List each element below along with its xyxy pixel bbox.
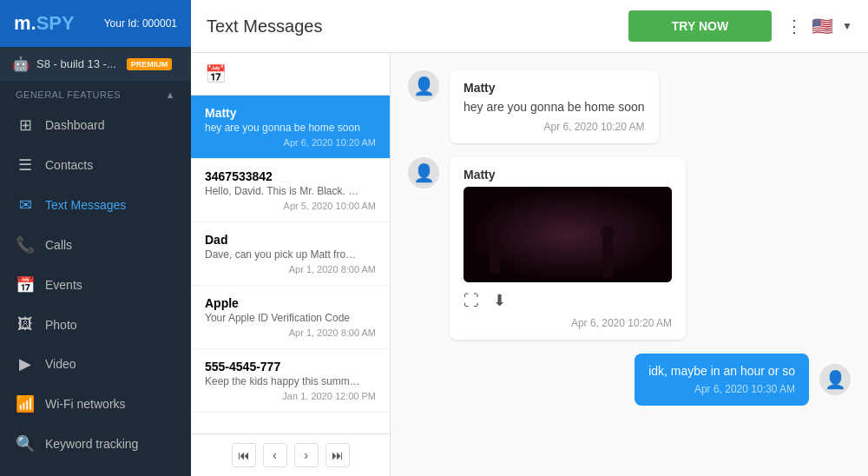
dropdown-arrow-icon[interactable]: ▼ — [842, 20, 852, 32]
page-first-button[interactable]: ⏮ — [232, 443, 256, 467]
device-bar: 🤖 S8 - build 13 -... PREMIUM — [0, 47, 191, 81]
message-time: Jan 1, 2020 12:00 PM — [205, 391, 376, 401]
outgoing-message: idk, maybe in an hour or so Apr 6, 2020 … — [408, 354, 851, 406]
outgoing-text: idk, maybe in an hour or so — [648, 364, 795, 378]
sidebar-item-video[interactable]: ▶ Video — [0, 344, 191, 384]
sidebar-item-photo[interactable]: 🖼 Photo — [0, 305, 191, 344]
sidebar-item-wifi[interactable]: 📶 Wi-Fi networks — [0, 384, 191, 424]
message-item-dad[interactable]: Dad Dave, can you pick up Matt from scho… — [191, 222, 390, 286]
bubble-time: Apr 6, 2020 10:20 AM — [464, 121, 645, 133]
svg-rect-1 — [490, 230, 500, 274]
calendar-filter-icon[interactable]: 📅 — [205, 64, 227, 83]
page-prev-button[interactable]: ‹ — [263, 443, 287, 467]
sidebar-item-video-label: Video — [45, 357, 76, 371]
sidebar: m.SPY Your Id: 000001 🤖 S8 - build 13 -.… — [0, 0, 191, 476]
general-features-section: GENERAL FEATURES ▲ — [0, 81, 191, 105]
sidebar-item-calls[interactable]: 📞 Calls — [0, 225, 191, 265]
more-options-icon[interactable]: ⋮ — [786, 16, 803, 36]
message-time: Apr 1, 2020 8:00 AM — [205, 264, 376, 274]
sidebar-item-keyword-label: Keyword tracking — [45, 437, 138, 451]
message-preview: Keep the kids happy this summer with ... — [205, 375, 361, 387]
bubble-text: hey are you gonna be home soon — [464, 100, 645, 114]
pagination: ⏮ ‹ › ⏭ — [191, 433, 390, 476]
premium-badge: PREMIUM — [127, 58, 173, 70]
bubble-sender-2: Matty — [464, 168, 672, 182]
bubble-time-2: Apr 6, 2020 10:20 AM — [464, 317, 672, 329]
video-icon: ▶ — [16, 354, 35, 374]
dashboard-icon: ⊞ — [16, 116, 35, 135]
wifi-icon: 📶 — [16, 394, 35, 413]
message-sender: Dad — [205, 233, 376, 247]
logo: m.SPY — [14, 12, 75, 35]
contacts-icon: ☰ — [16, 155, 35, 175]
outgoing-bubble: idk, maybe in an hour or so Apr 6, 2020 … — [635, 354, 809, 406]
fullscreen-button[interactable]: ⛶ — [464, 291, 479, 310]
image-bg-svg — [464, 187, 672, 282]
sidebar-item-events[interactable]: 📅 Events — [0, 265, 191, 305]
sidebar-item-dashboard[interactable]: ⊞ Dashboard — [0, 105, 191, 145]
message-item-555[interactable]: 555-4545-777 Keep the kids happy this su… — [191, 349, 390, 413]
svg-point-2 — [488, 221, 502, 236]
image-bubble-wrapper: Matty — [450, 157, 686, 340]
sidebar-item-events-label: Events — [45, 278, 82, 292]
device-name: S8 - build 13 -... — [36, 57, 116, 70]
top-bar-actions: ⋮ 🇺🇸 ▼ — [786, 16, 852, 36]
try-now-button[interactable]: TRY NOW — [628, 10, 772, 42]
message-sender: 555-4545-777 — [205, 360, 376, 374]
message-item-apple[interactable]: Apple Your Apple ID Verification Code Ap… — [191, 286, 390, 349]
events-icon: 📅 — [16, 275, 35, 294]
message-time: Apr 5, 2020 10:00 AM — [205, 201, 376, 211]
text-messages-icon: ✉ — [16, 195, 35, 215]
page-title: Text Messages — [207, 17, 322, 36]
message-sender: Matty — [205, 106, 376, 120]
message-preview: Your Apple ID Verification Code — [205, 312, 361, 324]
sidebar-item-contacts[interactable]: ☰ Contacts — [0, 145, 191, 185]
general-features-label: GENERAL FEATURES — [16, 89, 121, 100]
avatar-self: 👤 — [819, 364, 851, 395]
sidebar-item-text-messages[interactable]: ✉ Text Messages — [0, 185, 191, 225]
message-item-matty[interactable]: Matty hey are you gonna be home soon Apr… — [191, 96, 390, 159]
calls-icon: 📞 — [16, 235, 35, 255]
image-actions: ⛶ ⬇ — [464, 291, 672, 310]
message-image: ? — [464, 187, 672, 282]
download-button[interactable]: ⬇ — [493, 291, 506, 310]
incoming-message-1: 👤 Matty hey are you gonna be home soon A… — [408, 70, 851, 143]
message-item-3467533842[interactable]: 3467533842 Hello, David. This is Mr. Bla… — [191, 159, 390, 222]
sidebar-item-wifi-label: Wi-Fi networks — [45, 397, 126, 411]
message-preview: Hello, David. This is Mr. Black. I've no… — [205, 185, 361, 197]
message-time: Apr 1, 2020 8:00 AM — [205, 327, 376, 338]
outgoing-time: Apr 6, 2020 10:30 AM — [648, 383, 795, 395]
message-bubble: Matty hey are you gonna be home soon Apr… — [450, 70, 659, 143]
sidebar-item-dashboard-label: Dashboard — [45, 118, 105, 132]
page-next-button[interactable]: › — [294, 443, 319, 467]
collapse-icon[interactable]: ▲ — [166, 89, 175, 100]
message-list: 📅 Matty hey are you gonna be home soon A… — [191, 53, 391, 476]
sidebar-item-keyword[interactable]: 🔍 Keyword tracking — [0, 424, 191, 464]
message-sender: 3467533842 — [205, 169, 376, 183]
message-items: Matty hey are you gonna be home soon Apr… — [191, 96, 390, 433]
photo-icon: 🖼 — [16, 315, 35, 334]
messages-container: 📅 Matty hey are you gonna be home soon A… — [191, 53, 868, 476]
message-time: Apr 6, 2020 10:20 AM — [205, 137, 376, 148]
message-preview: hey are you gonna be home soon — [205, 122, 361, 134]
chat-panel: 👤 Matty hey are you gonna be home soon A… — [391, 53, 868, 476]
flag-icon[interactable]: 🇺🇸 — [812, 16, 833, 36]
message-sender: Apple — [205, 296, 376, 310]
message-preview: Dave, can you pick up Matt from schoo... — [205, 248, 361, 261]
android-icon: 🤖 — [12, 56, 30, 72]
sidebar-item-text-messages-label: Text Messages — [45, 198, 126, 212]
sidebar-item-keylogger[interactable]: ⌨ Keylogger — [0, 464, 191, 476]
sidebar-item-calls-label: Calls — [45, 238, 72, 252]
sidebar-header: m.SPY Your Id: 000001 — [0, 0, 191, 47]
svg-point-4 — [601, 225, 615, 241]
sidebar-item-contacts-label: Contacts — [45, 158, 93, 172]
user-id: Your Id: 000001 — [104, 17, 177, 30]
main-content: Text Messages TRY NOW ⋮ 🇺🇸 ▼ 📅 Matty hey… — [191, 0, 868, 476]
bubble-sender: Matty — [464, 81, 645, 95]
nav-scroll: GENERAL FEATURES ▲ ⊞ Dashboard ☰ Contact… — [0, 81, 191, 476]
sidebar-item-photo-label: Photo — [45, 318, 77, 332]
svg-rect-3 — [602, 235, 613, 278]
page-last-button[interactable]: ⏭ — [326, 443, 350, 467]
incoming-message-2: 👤 Matty — [408, 157, 851, 340]
keyword-icon: 🔍 — [16, 434, 35, 453]
